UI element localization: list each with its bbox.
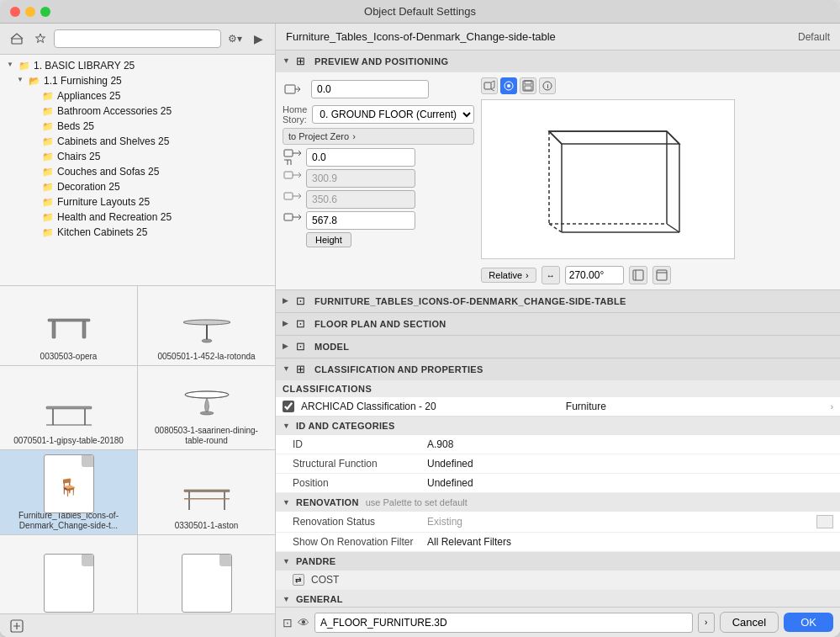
view-photo-button[interactable] (500, 77, 517, 94)
thumb-rotonda[interactable]: 0050501-1-452-la-rotonda (138, 286, 275, 365)
mirror-y-button[interactable] (652, 266, 671, 284)
mirror-x2-button[interactable] (629, 266, 647, 284)
minimize-button[interactable] (25, 7, 35, 17)
section-header-floor-plan[interactable]: ▶ ⊡ FLOOR PLAN AND SECTION (276, 313, 840, 335)
tree-item-kitchen[interactable]: ▶ 📁 Kitchen Cabinets 25 (0, 225, 275, 240)
classification-expand-arrow[interactable]: › (831, 402, 833, 411)
thumb-change-side-table[interactable]: 🪑 Furniture_Tables_Icons-of-Denmark_Chan… (0, 450, 137, 534)
add-object-button[interactable] (7, 616, 27, 636)
thumb-label: 0080503-1-saarinen-dining-table-round (148, 426, 266, 446)
close-button[interactable] (10, 7, 20, 17)
section-header-classification[interactable]: ▼ ⊞ CLASSIFICATION AND PROPERTIES (276, 358, 840, 380)
thumb-image-gipsy (35, 384, 103, 434)
left-panel: ⚙▾ ▶ ▼ 📁 1. BASIC LIBRARY 25 ▼ 📂 1.1 Fur… (0, 24, 276, 637)
file-icon-large: 🪑 (44, 454, 94, 513)
tree-label: Decoration 25 (57, 181, 120, 193)
svg-rect-44 (633, 270, 643, 280)
cancel-button[interactable]: Cancel (720, 612, 779, 633)
settings-button[interactable]: ⚙▾ (225, 29, 245, 49)
pandre-title: pandre (296, 556, 335, 566)
tree-item-health[interactable]: ▶ 📁 Health and Recreation 25 (0, 210, 275, 225)
prop-arrow: ▼ (283, 557, 293, 565)
height-input[interactable] (306, 211, 415, 230)
view-info-button[interactable]: i (539, 77, 556, 94)
thumb-label: Furniture_Tables_Icons-of-Denmark_Change… (10, 511, 128, 531)
classification-row: ARCHICAD Classification - 20 Furniture › (276, 397, 840, 417)
y-position-input[interactable] (306, 148, 415, 167)
file-header: Furniture_Tables_Icons-of-Denmark_Change… (276, 24, 840, 50)
prop-row-structural: Structural Function Undefined (276, 454, 840, 474)
section-header-preview[interactable]: ▼ ⊞ PREVIEW AND POSITIONING (276, 50, 840, 72)
rotation-input[interactable] (565, 266, 624, 284)
tree-item-chairs[interactable]: ▶ 📁 Chairs 25 (0, 149, 275, 164)
section-arrow: ▶ (283, 342, 293, 352)
archicad-classification-checkbox[interactable] (283, 401, 294, 412)
renovation-status-icon (816, 515, 833, 528)
star-button[interactable] (30, 29, 50, 49)
tree-item-furnishing[interactable]: ▼ 📂 1.1 Furnishing 25 (0, 73, 275, 88)
height-button[interactable]: Height (306, 232, 351, 247)
thumb-opera[interactable]: 0030503-opera (0, 286, 137, 365)
x-icon (283, 169, 306, 188)
general-header-row[interactable]: ▼ GENERAL (276, 590, 840, 607)
section-header-model[interactable]: ▶ ⊡ MODEL (276, 336, 840, 358)
section-furniture-tables: ▶ ⊡ FURNITURE_TABLES_ICONS-OF-DENMARK_CH… (276, 290, 840, 313)
tree-label: Appliances 25 (57, 90, 120, 102)
tree-item-cabinets[interactable]: ▶ 📁 Cabinets and Shelves 25 (0, 134, 275, 149)
x-position-input[interactable] (306, 169, 415, 188)
svg-rect-1 (48, 319, 90, 321)
svg-rect-7 (46, 406, 92, 409)
view-icons-row: i (481, 77, 735, 94)
chevron-right-icon: › (352, 131, 356, 141)
home-story-select[interactable]: 0. GROUND FLOOR (Current) (312, 105, 474, 124)
view-save-button[interactable] (520, 77, 536, 94)
tree-item-basic-library[interactable]: ▼ 📁 1. BASIC LIBRARY 25 (0, 58, 275, 73)
maximize-button[interactable] (40, 7, 50, 17)
tree-label: Bathroom Accessories 25 (57, 105, 172, 117)
thumb-file2[interactable] (0, 535, 137, 614)
tree-label: Kitchen Cabinets 25 (57, 226, 147, 238)
search-input[interactable] (54, 29, 221, 48)
floor-arrow-button[interactable]: › (698, 613, 715, 633)
to-project-zero-button[interactable]: to Project Zero › (283, 128, 474, 145)
classification-value: Furniture (566, 401, 831, 412)
floor-input[interactable] (314, 613, 693, 633)
file-name: Furniture_Tables_Icons-of-Denmark_Change… (286, 30, 556, 43)
thumb-gipsy[interactable]: 0070501-1-gipsy-table-20180 (0, 366, 137, 450)
mirror-x-button[interactable]: ↔ (542, 266, 560, 284)
floor-furniture-icon: ⊡ (283, 616, 293, 629)
tree-item-beds[interactable]: ▶ 📁 Beds 25 (0, 119, 275, 134)
bottom-bar: ⊡ 👁 › Cancel OK (276, 607, 840, 637)
ok-button[interactable]: OK (784, 613, 833, 632)
svg-rect-23 (284, 214, 293, 220)
general-title: GENERAL (296, 594, 343, 604)
window-controls (10, 7, 50, 17)
tree-item-couches[interactable]: ▶ 📁 Couches and Sofas 25 (0, 164, 275, 179)
z-position-input[interactable] (311, 80, 429, 98)
tree-item-appliances[interactable]: ▶ 📁 Appliances 25 (0, 88, 275, 104)
tree-item-bathroom[interactable]: ▶ 📁 Bathroom Accessories 25 (0, 104, 275, 119)
prop-arrow: ▼ (283, 422, 293, 430)
id-categories-header-row[interactable]: ▼ ID AND CATEGORIES (276, 417, 840, 435)
renovation-header-row[interactable]: ▼ RENOVATION use Palette to set default (276, 493, 840, 512)
thumb-saarinen[interactable]: 0080503-1-saarinen-dining-table-round (138, 366, 275, 450)
thumbnail-grid: 0030503-opera 0050501-1-452-la-rotonda (0, 285, 275, 613)
prop-value-show-renovation: All Relevant Filters (427, 536, 833, 548)
file-icon-3 (182, 554, 232, 613)
svg-rect-0 (12, 39, 22, 44)
relative-button[interactable]: Relative › (481, 268, 536, 283)
view-3d-button[interactable] (481, 77, 498, 94)
section-header-furniture[interactable]: ▶ ⊡ FURNITURE_TABLES_ICONS-OF-DENMARK_CH… (276, 290, 840, 312)
thumb-aston[interactable]: 0330501-1-aston (138, 450, 275, 534)
thumb-file3[interactable] (138, 535, 275, 614)
panel-toggle-button[interactable]: ▶ (248, 29, 268, 49)
pandre-header-row[interactable]: ▼ pandre (276, 552, 840, 571)
home-button[interactable] (7, 29, 27, 49)
y2-position-input[interactable] (306, 190, 415, 209)
tree-item-decoration[interactable]: ▶ 📁 Decoration 25 (0, 179, 275, 194)
folder-icon: 📁 (42, 121, 54, 131)
tree-item-furniture-layouts[interactable]: ▶ 📁 Furniture Layouts 25 (0, 194, 275, 210)
left-toolbar: ⚙▾ ▶ (0, 24, 275, 55)
section-body-classification: CLASSIFICATIONS ARCHICAD Classification … (276, 380, 840, 607)
prop-value-position: Undefined (427, 477, 833, 489)
